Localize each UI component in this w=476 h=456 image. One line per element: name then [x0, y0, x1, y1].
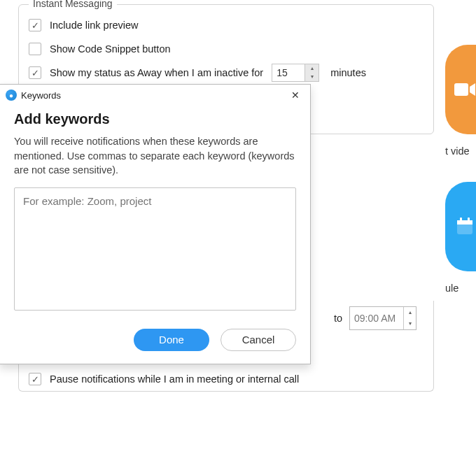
svg-marker-1: [470, 83, 475, 96]
row-pause-in-meeting: Pause notifications while I am in meetin…: [29, 366, 424, 392]
start-video-button[interactable]: [445, 45, 476, 134]
label-minutes-unit: minutes: [330, 67, 366, 78]
svg-rect-0: [454, 83, 468, 96]
quiet-hours-end-input[interactable]: 09:00 AM ▴ ▾: [349, 306, 416, 330]
dialog-body: Add keywords You will receive notificati…: [0, 106, 310, 364]
dialog-heading: Add keywords: [14, 111, 296, 127]
svg-rect-5: [468, 218, 470, 222]
svg-rect-4: [460, 218, 462, 222]
close-button[interactable]: ✕: [286, 86, 304, 104]
checkbox-pause-in-meeting[interactable]: [29, 373, 41, 385]
done-button[interactable]: Done: [134, 329, 209, 351]
quiet-hours-end-value: 09:00 AM: [350, 307, 403, 329]
dialog-actions: Done Cancel: [14, 329, 296, 351]
calendar-icon: [455, 217, 475, 236]
row-code-snippet: Show Code Snippet button: [29, 37, 424, 61]
schedule-label-fragment: ule: [445, 283, 458, 294]
close-icon: ✕: [291, 90, 300, 101]
keywords-input[interactable]: [14, 187, 296, 311]
label-to: to: [334, 313, 342, 324]
away-minutes-value: 15: [272, 64, 304, 81]
fieldset-legend-im: Instant Messaging: [29, 0, 117, 9]
dialog-description: You will receive notifications when thes…: [14, 134, 296, 178]
app-icon: ●: [6, 90, 17, 101]
checkbox-link-preview[interactable]: [29, 19, 41, 31]
quiet-hours-spinner[interactable]: ▴ ▾: [403, 307, 416, 329]
checkbox-code-snippet[interactable]: [29, 43, 41, 55]
row-away-status: Show my status as Away when I am inactiv…: [29, 61, 424, 85]
dialog-window-title: Keywords: [21, 90, 61, 101]
chevron-up-icon[interactable]: ▴: [305, 64, 318, 73]
video-icon: [454, 82, 475, 97]
label-code-snippet: Show Code Snippet button: [50, 43, 171, 55]
away-minutes-input[interactable]: 15 ▴ ▾: [272, 64, 319, 82]
away-minutes-spinner[interactable]: ▴ ▾: [304, 64, 318, 81]
row-link-preview: Include link preview: [29, 13, 424, 37]
cancel-button[interactable]: Cancel: [220, 329, 296, 351]
dialog-titlebar: ● Keywords ✕: [0, 85, 310, 106]
svg-rect-3: [457, 220, 472, 225]
schedule-button[interactable]: [445, 182, 476, 271]
chevron-down-icon[interactable]: ▾: [404, 318, 416, 329]
label-link-preview: Include link preview: [50, 20, 139, 31]
label-pause-in-meeting: Pause notifications while I am in meetin…: [50, 373, 299, 385]
keywords-dialog: ● Keywords ✕ Add keywords You will recei…: [0, 84, 311, 364]
chevron-down-icon[interactable]: ▾: [305, 73, 318, 81]
checkbox-away-status[interactable]: [29, 66, 41, 79]
label-away-status: Show my status as Away when I am inactiv…: [50, 67, 263, 78]
chevron-up-icon[interactable]: ▴: [404, 307, 416, 318]
start-video-label-fragment: t vide: [445, 145, 470, 157]
